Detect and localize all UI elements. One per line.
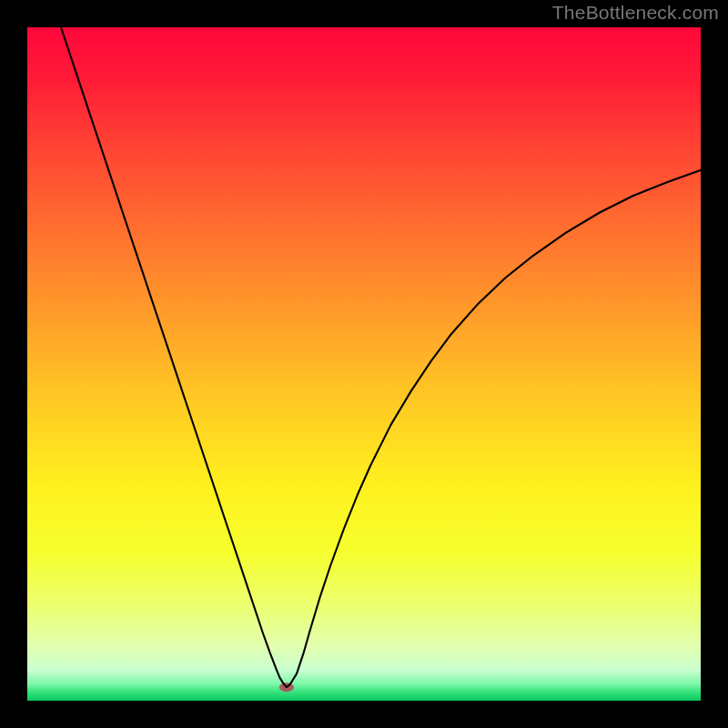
watermark-text: TheBottleneck.com [552, 2, 719, 24]
chart-container: TheBottleneck.com [0, 0, 728, 728]
plot-area [27, 27, 701, 701]
chart-svg [27, 27, 701, 701]
gradient-background [27, 27, 701, 701]
